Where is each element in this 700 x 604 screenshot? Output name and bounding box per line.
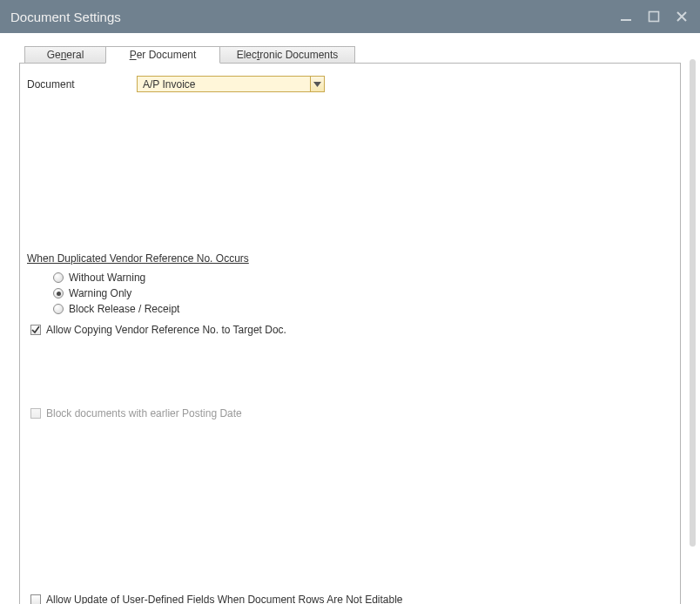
minimize-icon[interactable] [618, 9, 634, 24]
radio-warning-only[interactable]: Warning Only [53, 285, 673, 301]
window-title: Document Settings [10, 10, 121, 24]
maximize-icon[interactable] [646, 9, 662, 24]
vertical-scrollbar[interactable] [690, 59, 696, 547]
panel-per-document: Document A/P Invoice When Duplicated Ven… [19, 63, 681, 604]
checkbox-label: Allow Copying Vendor Reference No. to Ta… [46, 324, 286, 336]
tab-general[interactable]: General [24, 46, 106, 64]
radio-label: Warning Only [69, 287, 131, 299]
close-icon[interactable] [674, 9, 690, 24]
radio-icon [53, 288, 64, 299]
document-row: Document A/P Invoice [27, 76, 673, 92]
checkbox-icon [30, 408, 41, 419]
dup-vendor-ref-heading: When Duplicated Vendor Reference No. Occ… [27, 252, 673, 265]
document-select[interactable]: A/P Invoice [137, 76, 325, 92]
checkbox-label: Allow Update of User-Defined Fields When… [46, 594, 403, 604]
radio-label: Without Warning [69, 272, 145, 284]
checkbox-allow-update-udf[interactable]: Allow Update of User-Defined Fields When… [30, 592, 673, 604]
tab-electronic-documents[interactable]: Electronic Documents [219, 46, 355, 64]
radio-without-warning[interactable]: Without Warning [53, 270, 673, 285]
radio-icon [53, 304, 64, 314]
radio-label: Block Release / Receipt [69, 303, 179, 315]
document-select-value: A/P Invoice [143, 78, 195, 91]
document-label: Document [27, 78, 137, 91]
tabs: General Per Document Electronic Document… [24, 45, 681, 63]
chevron-down-icon [310, 77, 324, 91]
document-settings-window: Document Settings General Per Document E… [0, 0, 700, 604]
checkbox-block-earlier-posting: Block documents with earlier Posting Dat… [30, 406, 673, 421]
checkbox-icon [30, 594, 41, 604]
window-controls [618, 9, 690, 24]
checkbox-icon [30, 325, 41, 335]
svg-rect-0 [621, 19, 631, 21]
radio-icon [53, 272, 64, 283]
titlebar[interactable]: Document Settings [0, 0, 700, 33]
checkbox-allow-copy-vendor-ref[interactable]: Allow Copying Vendor Reference No. to Ta… [30, 322, 673, 338]
tab-per-document[interactable]: Per Document [105, 46, 220, 64]
svg-rect-1 [650, 12, 659, 22]
radio-block-release-receipt[interactable]: Block Release / Receipt [53, 301, 673, 317]
dup-vendor-ref-group: Without Warning Warning Only Block Relea… [53, 270, 673, 317]
checkbox-label: Block documents with earlier Posting Dat… [46, 407, 242, 419]
content-area: General Per Document Electronic Document… [0, 33, 700, 604]
